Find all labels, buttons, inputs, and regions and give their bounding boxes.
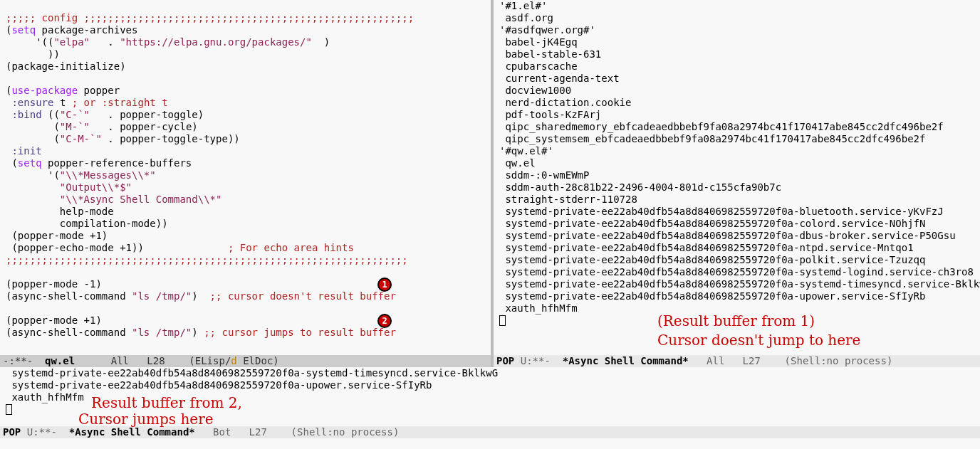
string: "https://elpa.gnu.org/packages/" (120, 36, 312, 48)
code-text: ) (312, 36, 330, 48)
annotation-badge-2: 2 (377, 314, 392, 328)
keyword: :ensure (11, 97, 53, 108)
modeline-text: Bot L27 (Shell:no process) (195, 426, 400, 438)
string: "M-`" (60, 121, 90, 132)
code-text: ) (192, 327, 204, 338)
code-text: popper-reference-buffers (42, 157, 192, 169)
modeline-buffer-name: qw.el (45, 355, 75, 366)
annotation-cursor-1: Cursor doesn't jump to here (657, 334, 860, 347)
code-text: (async-shell-command (6, 327, 132, 338)
code-text (6, 194, 60, 205)
string: "C-M-`" (60, 133, 102, 144)
cursor (6, 404, 12, 415)
modeline-prefix: U:**- (514, 355, 562, 366)
code-text: )) (6, 48, 60, 60)
code-text: (popper-mode +1) (6, 230, 108, 241)
code-text: (popper-mode -1) (6, 278, 102, 290)
code-text: . (90, 36, 120, 48)
code-text (6, 181, 60, 193)
annotation-badge-1: 1 (377, 278, 392, 292)
code-text: . popper-toggle) (90, 109, 204, 120)
keyword: setq (18, 157, 42, 169)
right-output-area[interactable]: '#1.el#' asdf.org '#asdfqwer.org#' babel… (494, 0, 980, 355)
modeline-prefix: -:**- (3, 355, 45, 366)
cursor (499, 315, 506, 326)
string: "ls /tmp/" (132, 327, 192, 338)
code-text: . popper-cycle) (90, 121, 198, 132)
keyword: :bind (11, 109, 41, 120)
annotation-result-1: (Result buffer from 1) (657, 315, 815, 327)
code-text: (async-shell-command (6, 290, 132, 302)
code-text: ( (6, 133, 60, 144)
modeline-buffer-name: *Async Shell Command* (563, 355, 689, 366)
code-text: (popper-mode +1) (6, 315, 102, 326)
code-text: help-mode (6, 206, 114, 217)
code-text: ) (192, 290, 209, 302)
modeline-pop-indicator: POP (3, 426, 21, 438)
code-text: '( (6, 169, 60, 181)
comment: ; For echo area hints (228, 242, 354, 253)
code-text: (package-initialize) (6, 60, 126, 72)
code-line: ;;;;; config ;;;;;;;;;;;;;;;;;;;;;;;;;;;… (6, 12, 414, 23)
string: "\\*Messages\\*" (60, 169, 156, 181)
code-text: ( (6, 121, 60, 132)
right-output-pane[interactable]: '#1.el#' asdf.org '#asdfqwer.org#' babel… (494, 0, 980, 367)
modeline-buffer-name: *Async Shell Command* (69, 426, 195, 438)
string: "elpa" (53, 36, 90, 48)
string: "\\*Async Shell Command\\*" (60, 194, 222, 205)
comment: ;;;;;;;;;;;;;;;;;;;;;;;;;;;;;;;;;;;;;;;;… (6, 254, 408, 265)
string: "Output\\*$" (60, 181, 132, 193)
string: "C-`" (60, 109, 90, 120)
keyword: setq (11, 24, 36, 36)
annotation-result-2: Result buffer from 2, (91, 397, 242, 409)
modeline-position: All L28 (ELisp (75, 355, 225, 366)
left-code-area[interactable]: ;;;;; config ;;;;;;;;;;;;;;;;;;;;;;;;;;;… (0, 0, 491, 355)
code-text: popper (78, 85, 120, 96)
code-text: '(( (6, 36, 53, 48)
code-text: (popper-echo-mode +1)) (6, 242, 228, 253)
keyword: :init (11, 145, 41, 157)
modeline-text: All L27 (Shell:no process) (689, 355, 893, 366)
bottom-output-pane[interactable]: systemd-private-ee22ab40dfb54a8d84069825… (0, 367, 980, 438)
modeline-prefix: U:**- (21, 426, 68, 438)
code-text: compilation-mode)) (6, 218, 168, 229)
code-text: t (53, 97, 71, 108)
code-text: (( (42, 109, 60, 120)
code-text: ( (6, 157, 18, 169)
bottom-modeline[interactable]: POP U:**- *Async Shell Command* Bot L27 … (0, 426, 980, 438)
keyword: use-package (11, 85, 78, 96)
comment: ; or :straight t (72, 97, 168, 108)
modeline-pop-indicator: POP (496, 355, 514, 366)
modeline-mode: d (231, 355, 236, 366)
code-text: . popper-toggle-type)) (102, 133, 240, 144)
code-text: package-archives (36, 24, 137, 36)
comment: ;; cursor doesn't result buffer (210, 290, 396, 302)
left-editor-pane[interactable]: ;;;;; config ;;;;;;;;;;;;;;;;;;;;;;;;;;;… (0, 0, 491, 367)
modeline-text: ElDoc) (237, 355, 279, 366)
annotation-cursor-2: Cursor jumps here (78, 413, 214, 426)
right-modeline[interactable]: POP U:**- *Async Shell Command* All L27 … (494, 355, 980, 367)
left-modeline[interactable]: -:**- qw.el All L28 (ELisp/d ElDoc) (0, 355, 491, 367)
minibuffer[interactable] (0, 438, 980, 449)
comment: ;; cursor jumps to result buffer (204, 327, 396, 338)
string: "ls /tmp/" (132, 290, 192, 302)
